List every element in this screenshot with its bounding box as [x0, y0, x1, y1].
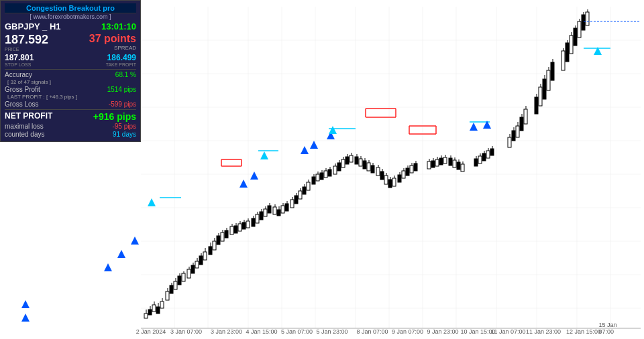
svg-rect-138 [388, 180, 392, 188]
x-label-12: 11 Jan 23:00 [526, 328, 561, 335]
svg-rect-174 [482, 153, 486, 161]
svg-rect-94 [294, 196, 298, 204]
svg-rect-202 [566, 43, 569, 62]
accuracy-label: Accuracy [5, 71, 32, 78]
svg-rect-172 [478, 156, 482, 163]
svg-rect-170 [474, 159, 478, 166]
svg-rect-66 [234, 226, 237, 233]
accuracy-sub: [ 32 of 47 signals ] [7, 79, 136, 85]
gross-loss-label: Gross Loss [5, 100, 39, 108]
svg-rect-142 [398, 175, 401, 182]
svg-rect-156 [435, 159, 439, 166]
svg-rect-82 [268, 206, 271, 213]
spread-value: 37 points [89, 33, 136, 45]
svg-rect-96 [299, 191, 302, 199]
svg-rect-34 [166, 291, 169, 300]
svg-rect-48 [195, 261, 199, 268]
x-label-6: 5 Jan 23:00 [316, 328, 347, 335]
svg-rect-160 [443, 157, 447, 163]
svg-rect-168 [461, 164, 464, 172]
svg-rect-36 [170, 285, 173, 293]
accuracy-value: 68.1 % [115, 71, 136, 78]
svg-rect-206 [574, 28, 577, 46]
svg-rect-56 [213, 241, 216, 250]
svg-rect-192 [539, 87, 542, 106]
svg-rect-188 [524, 109, 527, 124]
svg-rect-154 [431, 161, 435, 167]
svg-rect-58 [217, 236, 220, 245]
svg-rect-110 [328, 170, 331, 176]
svg-rect-114 [337, 163, 341, 171]
x-label-14: 15 Jan 07:00 [599, 322, 629, 335]
gross-profit-value: 1514 pips [107, 86, 136, 93]
svg-rect-194 [543, 79, 546, 99]
svg-rect-64 [230, 226, 233, 234]
svg-rect-76 [256, 214, 259, 223]
svg-rect-80 [264, 209, 267, 216]
gross-loss-value: -599 pips [109, 100, 136, 108]
stop-loss-label: STOP LOSS [5, 62, 34, 67]
svg-rect-28 [152, 305, 156, 312]
info-panel: Congestion Breakout pro [ www.forexrobot… [0, 0, 141, 142]
svg-rect-44 [187, 269, 191, 278]
svg-rect-200 [561, 51, 565, 70]
svg-rect-148 [410, 165, 413, 173]
svg-rect-162 [449, 158, 452, 165]
last-profit-row: LAST PROFIT : [ +46.3 pips ] [7, 94, 136, 100]
svg-rect-190 [535, 97, 538, 114]
counted-days-value: 91 days [113, 131, 136, 138]
x-label-13: 12 Jan 15:00 [566, 328, 601, 335]
svg-rect-54 [209, 247, 212, 255]
svg-rect-46 [191, 265, 195, 273]
net-profit-value: +916 pips [93, 111, 136, 122]
x-label-1: 2 Jan 2024 [136, 328, 166, 335]
svg-rect-122 [355, 157, 358, 164]
svg-rect-98 [303, 187, 306, 194]
svg-rect-150 [414, 163, 417, 171]
svg-rect-112 [333, 166, 337, 174]
svg-rect-184 [516, 126, 519, 137]
price-value: 187.592 [5, 33, 48, 47]
x-label-5: 5 Jan 07:00 [281, 328, 313, 335]
svg-rect-102 [312, 177, 315, 184]
svg-rect-118 [345, 157, 349, 164]
x-label-3: 3 Jan 23:00 [211, 328, 242, 335]
svg-rect-132 [376, 167, 380, 176]
svg-rect-88 [281, 206, 284, 213]
x-label-4: 4 Jan 15:00 [246, 328, 277, 335]
counted-days-label: counted days [5, 131, 45, 138]
take-profit-value: 186.499 [106, 53, 136, 62]
svg-rect-60 [221, 232, 224, 241]
x-label-11: 11 Jan 07:00 [490, 328, 525, 335]
svg-rect-136 [384, 176, 388, 184]
svg-rect-52 [203, 252, 207, 260]
svg-rect-120 [350, 155, 353, 162]
svg-rect-74 [252, 218, 255, 226]
panel-subtitle: [ www.forexrobotmakers.com ] [5, 13, 136, 20]
svg-rect-104 [316, 174, 319, 181]
svg-rect-72 [246, 221, 250, 228]
svg-rect-86 [277, 210, 280, 216]
svg-rect-166 [457, 162, 460, 170]
svg-rect-92 [290, 200, 294, 208]
maximal-loss-value: -95 pips [112, 123, 136, 130]
svg-rect-208 [578, 21, 581, 38]
stop-loss-value: 187.801 [5, 53, 34, 62]
svg-rect-134 [380, 172, 384, 180]
svg-rect-26 [148, 310, 152, 315]
svg-rect-78 [260, 212, 263, 220]
svg-rect-140 [392, 178, 396, 186]
svg-rect-70 [242, 222, 246, 229]
svg-rect-186 [520, 117, 523, 131]
svg-rect-176 [486, 151, 490, 158]
svg-rect-210 [582, 15, 585, 30]
svg-rect-152 [427, 161, 431, 169]
x-label-2: 3 Jan 07:00 [170, 328, 202, 335]
svg-rect-84 [273, 207, 276, 214]
symbol: GBPJPY _ H1 [5, 21, 61, 31]
time: 13:01:10 [101, 21, 136, 31]
svg-rect-100 [307, 182, 310, 190]
svg-rect-182 [512, 131, 515, 141]
svg-rect-42 [182, 273, 185, 281]
svg-rect-62 [225, 230, 228, 238]
